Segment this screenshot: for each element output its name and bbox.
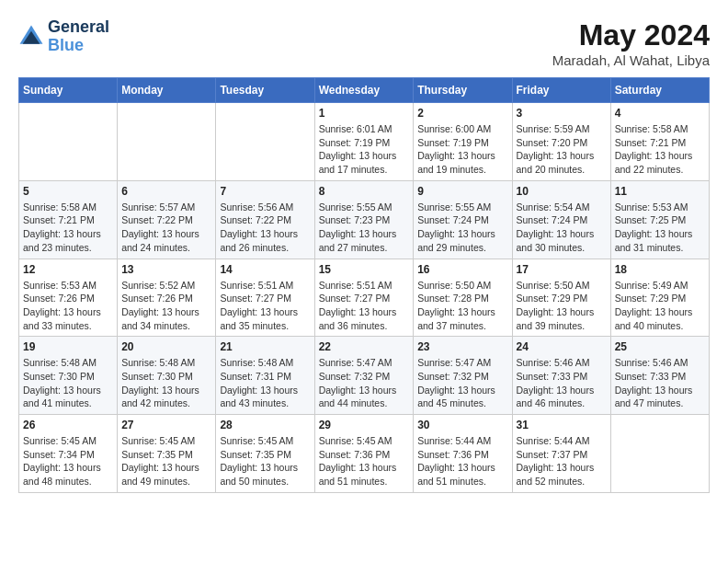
calendar-cell: 21Sunrise: 5:48 AMSunset: 7:31 PMDayligh… bbox=[216, 337, 314, 415]
day-info: Sunrise: 5:46 AMSunset: 7:33 PMDaylight:… bbox=[615, 356, 705, 410]
calendar-cell: 11Sunrise: 5:53 AMSunset: 7:25 PMDayligh… bbox=[610, 180, 709, 259]
day-number: 22 bbox=[319, 340, 410, 353]
calendar-cell: 20Sunrise: 5:48 AMSunset: 7:30 PMDayligh… bbox=[118, 337, 216, 415]
logo-text: General Blue bbox=[48, 18, 109, 55]
day-number: 16 bbox=[417, 263, 507, 276]
day-number: 29 bbox=[319, 419, 410, 431]
calendar-cell: 10Sunrise: 5:54 AMSunset: 7:24 PMDayligh… bbox=[512, 180, 610, 259]
day-info: Sunrise: 6:01 AMSunset: 7:19 PMDaylight:… bbox=[319, 122, 410, 177]
day-info: Sunrise: 5:55 AMSunset: 7:23 PMDaylight:… bbox=[319, 201, 410, 255]
weekday-header: Wednesday bbox=[314, 78, 414, 103]
day-number: 27 bbox=[121, 419, 211, 431]
day-info: Sunrise: 5:58 AMSunset: 7:21 PMDaylight:… bbox=[23, 201, 113, 255]
day-number: 10 bbox=[517, 185, 607, 198]
day-number: 4 bbox=[615, 107, 705, 120]
day-info: Sunrise: 6:00 AMSunset: 7:19 PMDaylight:… bbox=[417, 122, 507, 177]
day-number: 31 bbox=[517, 419, 607, 431]
day-info: Sunrise: 5:51 AMSunset: 7:27 PMDaylight:… bbox=[319, 279, 410, 333]
day-number: 2 bbox=[417, 107, 507, 120]
logo-icon bbox=[18, 24, 44, 50]
title-block: May 2024 Maradah, Al Wahat, Libya bbox=[552, 18, 710, 68]
day-info: Sunrise: 5:48 AMSunset: 7:31 PMDaylight:… bbox=[220, 356, 310, 410]
calendar-cell bbox=[610, 415, 709, 493]
day-number: 13 bbox=[121, 263, 211, 276]
day-number: 1 bbox=[319, 107, 410, 120]
calendar-cell: 18Sunrise: 5:49 AMSunset: 7:29 PMDayligh… bbox=[610, 259, 709, 337]
calendar-cell: 3Sunrise: 5:59 AMSunset: 7:20 PMDaylight… bbox=[512, 103, 610, 181]
day-number: 17 bbox=[517, 263, 607, 276]
day-info: Sunrise: 5:53 AMSunset: 7:26 PMDaylight:… bbox=[23, 279, 113, 333]
day-info: Sunrise: 5:45 AMSunset: 7:35 PMDaylight:… bbox=[220, 434, 310, 488]
day-number: 15 bbox=[319, 263, 410, 276]
logo-line2: Blue bbox=[48, 37, 109, 55]
day-number: 30 bbox=[417, 419, 507, 431]
day-number: 14 bbox=[220, 263, 310, 276]
month-title: May 2024 bbox=[552, 18, 710, 52]
day-info: Sunrise: 5:59 AMSunset: 7:20 PMDaylight:… bbox=[517, 122, 607, 177]
calendar-cell: 5Sunrise: 5:58 AMSunset: 7:21 PMDaylight… bbox=[19, 180, 118, 259]
day-number: 23 bbox=[417, 340, 507, 353]
calendar-cell: 17Sunrise: 5:50 AMSunset: 7:29 PMDayligh… bbox=[512, 259, 610, 337]
day-info: Sunrise: 5:57 AMSunset: 7:22 PMDaylight:… bbox=[121, 201, 211, 255]
calendar-week-row: 1Sunrise: 6:01 AMSunset: 7:19 PMDaylight… bbox=[19, 103, 710, 181]
day-info: Sunrise: 5:44 AMSunset: 7:37 PMDaylight:… bbox=[517, 434, 607, 488]
day-info: Sunrise: 5:53 AMSunset: 7:25 PMDaylight:… bbox=[615, 201, 705, 255]
weekday-header: Saturday bbox=[610, 78, 709, 103]
day-number: 24 bbox=[517, 340, 607, 353]
day-number: 7 bbox=[220, 185, 310, 198]
calendar-cell: 28Sunrise: 5:45 AMSunset: 7:35 PMDayligh… bbox=[216, 415, 314, 493]
day-info: Sunrise: 5:45 AMSunset: 7:36 PMDaylight:… bbox=[319, 434, 410, 488]
calendar-cell: 7Sunrise: 5:56 AMSunset: 7:22 PMDaylight… bbox=[216, 180, 314, 259]
calendar-cell: 22Sunrise: 5:47 AMSunset: 7:32 PMDayligh… bbox=[314, 337, 414, 415]
day-info: Sunrise: 5:55 AMSunset: 7:24 PMDaylight:… bbox=[417, 201, 507, 255]
calendar-cell: 23Sunrise: 5:47 AMSunset: 7:32 PMDayligh… bbox=[414, 337, 512, 415]
day-info: Sunrise: 5:58 AMSunset: 7:21 PMDaylight:… bbox=[615, 122, 705, 177]
logo: General Blue bbox=[18, 18, 109, 55]
calendar-cell: 19Sunrise: 5:48 AMSunset: 7:30 PMDayligh… bbox=[19, 337, 118, 415]
day-info: Sunrise: 5:47 AMSunset: 7:32 PMDaylight:… bbox=[319, 356, 410, 410]
day-info: Sunrise: 5:52 AMSunset: 7:26 PMDaylight:… bbox=[121, 279, 211, 333]
day-number: 12 bbox=[23, 263, 113, 276]
weekday-header: Sunday bbox=[19, 78, 118, 103]
calendar-cell: 14Sunrise: 5:51 AMSunset: 7:27 PMDayligh… bbox=[216, 259, 314, 337]
page-header: General Blue May 2024 Maradah, Al Wahat,… bbox=[18, 18, 710, 68]
calendar-cell: 2Sunrise: 6:00 AMSunset: 7:19 PMDaylight… bbox=[414, 103, 512, 181]
weekday-header: Monday bbox=[118, 78, 216, 103]
calendar-week-row: 26Sunrise: 5:45 AMSunset: 7:34 PMDayligh… bbox=[19, 415, 710, 493]
calendar-cell: 6Sunrise: 5:57 AMSunset: 7:22 PMDaylight… bbox=[118, 180, 216, 259]
day-number: 19 bbox=[23, 340, 113, 353]
calendar-cell: 24Sunrise: 5:46 AMSunset: 7:33 PMDayligh… bbox=[512, 337, 610, 415]
day-number: 26 bbox=[23, 419, 113, 431]
day-info: Sunrise: 5:48 AMSunset: 7:30 PMDaylight:… bbox=[23, 356, 113, 410]
calendar-cell: 12Sunrise: 5:53 AMSunset: 7:26 PMDayligh… bbox=[19, 259, 118, 337]
day-number: 8 bbox=[319, 185, 410, 198]
day-info: Sunrise: 5:47 AMSunset: 7:32 PMDaylight:… bbox=[417, 356, 507, 410]
calendar-cell: 29Sunrise: 5:45 AMSunset: 7:36 PMDayligh… bbox=[314, 415, 414, 493]
day-number: 18 bbox=[615, 263, 705, 276]
day-info: Sunrise: 5:50 AMSunset: 7:29 PMDaylight:… bbox=[517, 279, 607, 333]
logo-line1: General bbox=[48, 18, 109, 37]
day-info: Sunrise: 5:51 AMSunset: 7:27 PMDaylight:… bbox=[220, 279, 310, 333]
calendar-cell: 9Sunrise: 5:55 AMSunset: 7:24 PMDaylight… bbox=[414, 180, 512, 259]
day-number: 21 bbox=[220, 340, 310, 353]
calendar-cell: 15Sunrise: 5:51 AMSunset: 7:27 PMDayligh… bbox=[314, 259, 414, 337]
calendar-cell: 31Sunrise: 5:44 AMSunset: 7:37 PMDayligh… bbox=[512, 415, 610, 493]
location: Maradah, Al Wahat, Libya bbox=[552, 52, 710, 68]
day-info: Sunrise: 5:48 AMSunset: 7:30 PMDaylight:… bbox=[121, 356, 211, 410]
day-number: 25 bbox=[615, 340, 705, 353]
calendar-cell bbox=[19, 103, 118, 181]
calendar-cell: 13Sunrise: 5:52 AMSunset: 7:26 PMDayligh… bbox=[118, 259, 216, 337]
day-info: Sunrise: 5:46 AMSunset: 7:33 PMDaylight:… bbox=[517, 356, 607, 410]
calendar-cell: 8Sunrise: 5:55 AMSunset: 7:23 PMDaylight… bbox=[314, 180, 414, 259]
day-number: 6 bbox=[121, 185, 211, 198]
weekday-header: Thursday bbox=[414, 78, 512, 103]
calendar-cell: 27Sunrise: 5:45 AMSunset: 7:35 PMDayligh… bbox=[118, 415, 216, 493]
calendar-week-row: 12Sunrise: 5:53 AMSunset: 7:26 PMDayligh… bbox=[19, 259, 710, 337]
calendar-cell: 16Sunrise: 5:50 AMSunset: 7:28 PMDayligh… bbox=[414, 259, 512, 337]
calendar-cell: 25Sunrise: 5:46 AMSunset: 7:33 PMDayligh… bbox=[610, 337, 709, 415]
day-info: Sunrise: 5:56 AMSunset: 7:22 PMDaylight:… bbox=[220, 201, 310, 255]
calendar-cell: 1Sunrise: 6:01 AMSunset: 7:19 PMDaylight… bbox=[314, 103, 414, 181]
weekday-header: Tuesday bbox=[216, 78, 314, 103]
day-info: Sunrise: 5:44 AMSunset: 7:36 PMDaylight:… bbox=[417, 434, 507, 488]
calendar-table: SundayMondayTuesdayWednesdayThursdayFrid… bbox=[18, 77, 710, 493]
